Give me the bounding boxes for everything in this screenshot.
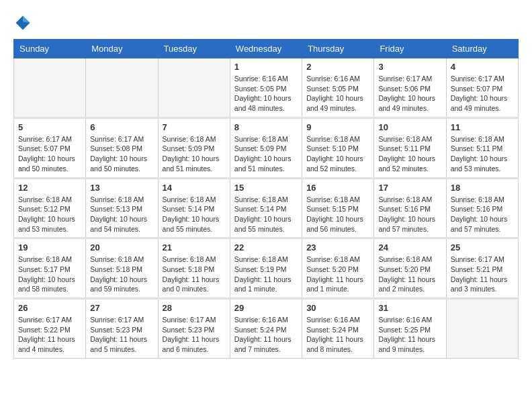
day-number: 2 <box>306 62 369 72</box>
day-info: Sunrise: 6:17 AM Sunset: 5:22 PM Dayligh… <box>18 315 81 355</box>
calendar-cell: 19Sunrise: 6:18 AM Sunset: 5:17 PM Dayli… <box>14 238 86 299</box>
day-header-monday: Monday <box>86 40 158 58</box>
week-row-2: 5Sunrise: 6:17 AM Sunset: 5:07 PM Daylig… <box>14 118 519 178</box>
calendar-cell: 10Sunrise: 6:18 AM Sunset: 5:11 PM Dayli… <box>374 118 446 178</box>
day-number: 10 <box>378 122 441 132</box>
calendar-cell <box>158 58 230 118</box>
day-info: Sunrise: 6:18 AM Sunset: 5:20 PM Dayligh… <box>306 255 369 294</box>
day-number: 20 <box>90 242 153 253</box>
calendar-cell <box>86 58 158 118</box>
calendar-cell: 15Sunrise: 6:18 AM Sunset: 5:14 PM Dayli… <box>230 178 302 238</box>
day-info: Sunrise: 6:18 AM Sunset: 5:09 PM Dayligh… <box>163 134 226 174</box>
day-info: Sunrise: 6:18 AM Sunset: 5:14 PM Dayligh… <box>234 195 298 234</box>
day-number: 18 <box>451 183 514 193</box>
calendar-cell: 5Sunrise: 6:17 AM Sunset: 5:07 PM Daylig… <box>14 118 86 178</box>
day-info: Sunrise: 6:16 AM Sunset: 5:05 PM Dayligh… <box>234 74 298 113</box>
day-number: 26 <box>18 303 81 313</box>
calendar-cell: 25Sunrise: 6:17 AM Sunset: 5:21 PM Dayli… <box>446 238 518 299</box>
day-info: Sunrise: 6:18 AM Sunset: 5:20 PM Dayligh… <box>378 255 441 294</box>
calendar-cell: 31Sunrise: 6:16 AM Sunset: 5:25 PM Dayli… <box>374 299 446 359</box>
day-info: Sunrise: 6:18 AM Sunset: 5:12 PM Dayligh… <box>18 195 81 234</box>
day-info: Sunrise: 6:17 AM Sunset: 5:07 PM Dayligh… <box>451 74 514 113</box>
logo-icon <box>13 13 32 32</box>
day-info: Sunrise: 6:18 AM Sunset: 5:18 PM Dayligh… <box>90 255 153 294</box>
day-number: 29 <box>234 303 298 313</box>
day-number: 14 <box>163 183 226 193</box>
calendar-cell: 27Sunrise: 6:17 AM Sunset: 5:23 PM Dayli… <box>86 299 158 359</box>
day-info: Sunrise: 6:17 AM Sunset: 5:23 PM Dayligh… <box>90 315 153 355</box>
calendar-cell <box>14 58 86 118</box>
day-info: Sunrise: 6:18 AM Sunset: 5:11 PM Dayligh… <box>378 134 441 174</box>
day-number: 23 <box>306 242 369 253</box>
day-info: Sunrise: 6:17 AM Sunset: 5:21 PM Dayligh… <box>451 255 514 294</box>
svg-marker-1 <box>23 16 30 24</box>
calendar-cell: 6Sunrise: 6:17 AM Sunset: 5:08 PM Daylig… <box>86 118 158 178</box>
calendar-cell: 22Sunrise: 6:18 AM Sunset: 5:19 PM Dayli… <box>230 238 302 299</box>
calendar-cell: 24Sunrise: 6:18 AM Sunset: 5:20 PM Dayli… <box>374 238 446 299</box>
calendar-cell: 7Sunrise: 6:18 AM Sunset: 5:09 PM Daylig… <box>158 118 230 178</box>
day-number: 13 <box>90 183 153 193</box>
week-row-1: 1Sunrise: 6:16 AM Sunset: 5:05 PM Daylig… <box>14 58 519 118</box>
calendar-cell: 18Sunrise: 6:18 AM Sunset: 5:16 PM Dayli… <box>446 178 518 238</box>
week-row-4: 19Sunrise: 6:18 AM Sunset: 5:17 PM Dayli… <box>14 238 519 299</box>
day-number: 3 <box>378 62 441 72</box>
day-info: Sunrise: 6:18 AM Sunset: 5:17 PM Dayligh… <box>18 255 81 294</box>
day-number: 7 <box>163 122 226 132</box>
calendar-cell: 16Sunrise: 6:18 AM Sunset: 5:15 PM Dayli… <box>302 178 374 238</box>
day-info: Sunrise: 6:17 AM Sunset: 5:23 PM Dayligh… <box>163 315 226 355</box>
day-info: Sunrise: 6:16 AM Sunset: 5:24 PM Dayligh… <box>234 315 298 355</box>
day-number: 12 <box>18 183 81 193</box>
day-number: 15 <box>234 183 298 193</box>
day-info: Sunrise: 6:18 AM Sunset: 5:13 PM Dayligh… <box>90 195 153 234</box>
day-info: Sunrise: 6:18 AM Sunset: 5:18 PM Dayligh… <box>163 255 226 294</box>
day-number: 9 <box>306 122 369 132</box>
calendar-cell: 8Sunrise: 6:18 AM Sunset: 5:09 PM Daylig… <box>230 118 302 178</box>
day-number: 17 <box>378 183 441 193</box>
day-number: 25 <box>451 242 514 253</box>
day-number: 28 <box>163 303 226 313</box>
day-info: Sunrise: 6:17 AM Sunset: 5:08 PM Dayligh… <box>90 134 153 174</box>
logo <box>13 13 35 32</box>
calendar-cell: 26Sunrise: 6:17 AM Sunset: 5:22 PM Dayli… <box>14 299 86 359</box>
calendar-cell: 14Sunrise: 6:18 AM Sunset: 5:14 PM Dayli… <box>158 178 230 238</box>
calendar-cell <box>446 299 518 359</box>
calendar-cell: 17Sunrise: 6:18 AM Sunset: 5:16 PM Dayli… <box>374 178 446 238</box>
day-info: Sunrise: 6:18 AM Sunset: 5:10 PM Dayligh… <box>306 134 369 174</box>
day-header-wednesday: Wednesday <box>230 40 302 58</box>
day-number: 21 <box>163 242 226 253</box>
day-info: Sunrise: 6:18 AM Sunset: 5:19 PM Dayligh… <box>234 255 298 294</box>
day-header-thursday: Thursday <box>302 40 374 58</box>
day-info: Sunrise: 6:18 AM Sunset: 5:16 PM Dayligh… <box>451 195 514 234</box>
day-info: Sunrise: 6:17 AM Sunset: 5:06 PM Dayligh… <box>378 74 441 113</box>
calendar-cell: 28Sunrise: 6:17 AM Sunset: 5:23 PM Dayli… <box>158 299 230 359</box>
calendar-cell: 11Sunrise: 6:18 AM Sunset: 5:11 PM Dayli… <box>446 118 518 178</box>
day-header-saturday: Saturday <box>446 40 518 58</box>
day-number: 19 <box>18 242 81 253</box>
calendar-cell: 30Sunrise: 6:16 AM Sunset: 5:24 PM Dayli… <box>302 299 374 359</box>
day-header-tuesday: Tuesday <box>158 40 230 58</box>
day-number: 31 <box>378 303 441 313</box>
calendar: SundayMondayTuesdayWednesdayThursdayFrid… <box>13 39 519 359</box>
day-number: 5 <box>18 122 81 132</box>
calendar-cell: 2Sunrise: 6:16 AM Sunset: 5:05 PM Daylig… <box>302 58 374 118</box>
day-number: 11 <box>451 122 514 132</box>
day-info: Sunrise: 6:17 AM Sunset: 5:07 PM Dayligh… <box>18 134 81 174</box>
day-number: 8 <box>234 122 298 132</box>
day-info: Sunrise: 6:16 AM Sunset: 5:25 PM Dayligh… <box>378 315 441 355</box>
calendar-cell: 4Sunrise: 6:17 AM Sunset: 5:07 PM Daylig… <box>446 58 518 118</box>
day-number: 27 <box>90 303 153 313</box>
day-info: Sunrise: 6:16 AM Sunset: 5:24 PM Dayligh… <box>306 315 369 355</box>
day-number: 6 <box>90 122 153 132</box>
day-number: 22 <box>234 242 298 253</box>
day-info: Sunrise: 6:18 AM Sunset: 5:15 PM Dayligh… <box>306 195 369 234</box>
week-row-3: 12Sunrise: 6:18 AM Sunset: 5:12 PM Dayli… <box>14 178 519 238</box>
day-header-friday: Friday <box>374 40 446 58</box>
calendar-cell: 3Sunrise: 6:17 AM Sunset: 5:06 PM Daylig… <box>374 58 446 118</box>
calendar-cell: 1Sunrise: 6:16 AM Sunset: 5:05 PM Daylig… <box>230 58 302 118</box>
day-info: Sunrise: 6:18 AM Sunset: 5:16 PM Dayligh… <box>378 195 441 234</box>
day-info: Sunrise: 6:18 AM Sunset: 5:14 PM Dayligh… <box>163 195 226 234</box>
calendar-cell: 21Sunrise: 6:18 AM Sunset: 5:18 PM Dayli… <box>158 238 230 299</box>
day-info: Sunrise: 6:18 AM Sunset: 5:11 PM Dayligh… <box>451 134 514 174</box>
day-number: 4 <box>451 62 514 72</box>
calendar-cell: 13Sunrise: 6:18 AM Sunset: 5:13 PM Dayli… <box>86 178 158 238</box>
